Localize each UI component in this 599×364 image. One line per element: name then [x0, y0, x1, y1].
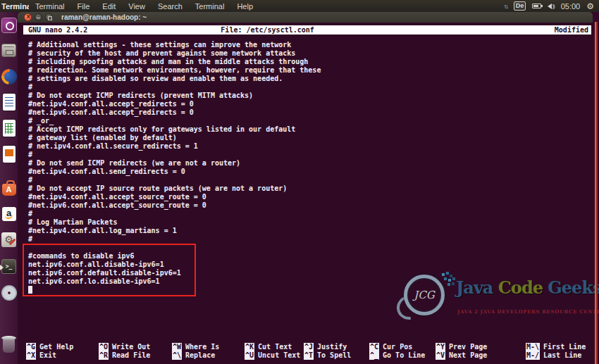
nano-shortcut-bar: ^GGet Help ^XExit ^OWrite Out ^RRead Fil… — [18, 343, 593, 361]
shortcut-key[interactable]: M-/ — [526, 351, 540, 360]
window-title: raman@raman-hadoop: ~ — [61, 13, 147, 21]
editor-line: # including spoofing attacks and man in … — [28, 58, 585, 66]
launcher-item-libreoffice-impress[interactable] — [1, 143, 17, 165]
editor-line: #net.ipv4.conf.all.send_redirects = 0 — [28, 168, 585, 176]
editor-line: #net.ipv4.conf.all.accept_redirects = 0 — [28, 100, 585, 108]
launcher-item-ubuntu-dash[interactable] — [1, 14, 17, 36]
launcher-item-disc-burner[interactable] — [1, 282, 17, 303]
menu-file[interactable]: File — [71, 2, 97, 11]
shortcut-label: To Spell — [317, 351, 351, 359]
shortcut-label: Next Page — [449, 351, 487, 359]
shortcut-key[interactable]: ^X — [26, 351, 36, 360]
shortcut-key[interactable]: ^V — [436, 351, 445, 360]
ubuntu-logo-icon — [1, 18, 17, 33]
launcher-item-libreoffice-writer[interactable] — [1, 91, 17, 113]
watermark-title: Java Code Geeks — [456, 277, 599, 298]
shortcut-key[interactable]: M-\ — [526, 343, 540, 351]
launcher-item-file-manager[interactable] — [1, 39, 17, 61]
nano-version: GNU nano 2.4.2 — [28, 25, 87, 34]
shortcut-label: First Line — [543, 343, 586, 351]
shortcut-column: ^GGet Help ^XExit — [26, 343, 104, 360]
editor-line: #net.ipv6.conf.all.accept_redirects = 0 — [28, 108, 585, 117]
editor-line: # Log Martian Packets — [28, 218, 585, 227]
network-icon[interactable]: ↑↓ — [504, 3, 507, 10]
file-drawer-icon — [1, 44, 16, 57]
shortcut-label: Where Is — [185, 343, 219, 351]
shortcut-label: Cur Pos — [383, 343, 412, 351]
amazon-icon: a — [2, 207, 16, 221]
editor-line: #net.ipv4.conf.all.log_martians = 1 — [28, 227, 585, 235]
shortcut-label: Replace — [185, 351, 215, 359]
launcher-item-software-center[interactable]: A — [1, 177, 17, 199]
launcher-item-trash[interactable] — [1, 334, 17, 356]
nano-header-bar: GNU nano 2.4.2 File: /etc/sysctl.conf Mo… — [23, 25, 591, 34]
terminal-prompt-icon: >_ — [1, 259, 16, 274]
shortcut-label: Write Out — [112, 343, 150, 351]
editor-line: # Do not accept IP source route packets … — [28, 184, 585, 193]
shortcut-key[interactable]: ^W — [172, 343, 182, 351]
trash-icon — [3, 338, 15, 353]
top-menu-bar: Terminal Terminal File Edit View Search … — [0, 0, 599, 12]
launcher-item-libreoffice-calc[interactable] — [1, 117, 17, 139]
global-menu: Terminal File Edit View Search Terminal … — [29, 2, 259, 11]
menu-help[interactable]: Help — [230, 2, 259, 11]
shortcut-key[interactable]: ^C — [369, 343, 379, 351]
power-gear-icon[interactable]: ⚙ — [586, 2, 594, 11]
java-code-geeks-watermark: JCG Java Code Geeks JAVA 2 JAVA DEVELOPE… — [398, 272, 599, 328]
shortcut-label: Justify — [317, 343, 347, 351]
window-controls — [18, 13, 57, 21]
launcher-item-amazon[interactable]: a — [1, 203, 17, 225]
watermark-word-code: Code — [498, 277, 548, 298]
editor-line: # gateway list (enabled by default) — [28, 134, 585, 142]
shortcut-key[interactable]: ^T — [304, 351, 314, 360]
software-center-bag-icon: A — [2, 184, 16, 196]
shortcut-label: Uncut Text — [258, 351, 300, 359]
maximize-button[interactable] — [45, 13, 53, 21]
editor-line: # net.ipv4.conf.all.secure_redirects = 1 — [28, 142, 585, 151]
shortcut-label: Exit — [39, 351, 56, 359]
shortcut-column: ^OWrite Out ^RRead File — [99, 343, 176, 360]
close-button[interactable] — [24, 13, 32, 21]
menu-view[interactable]: View — [122, 2, 152, 11]
editor-line: # — [28, 151, 585, 159]
calc-spreadsheet-icon — [3, 120, 16, 137]
launcher-item-system-settings[interactable]: ⚙ — [1, 229, 17, 251]
watermark-word-java: Java — [456, 277, 498, 298]
editor-line: # Do not accept ICMP redirects (prevent … — [28, 92, 585, 100]
shortcut-key[interactable]: ^G — [26, 343, 36, 351]
launcher: A a ⚙ >_ — [0, 12, 18, 364]
menu-terminal-app[interactable]: Terminal — [29, 2, 71, 11]
shortcut-key[interactable]: ^K — [245, 343, 254, 351]
shortcut-label: Go To Line — [383, 351, 425, 359]
active-app-arrow-icon — [0, 265, 4, 270]
disc-icon — [1, 285, 17, 301]
shortcut-key[interactable]: ^U — [245, 351, 254, 360]
focused-app-name: Terminal — [0, 2, 29, 11]
shortcut-key[interactable]: ^\ — [172, 351, 182, 360]
menu-search[interactable]: Search — [152, 2, 189, 11]
window-titlebar[interactable]: raman@raman-hadoop: ~ — [18, 12, 593, 23]
shortcut-key[interactable]: ^R — [99, 351, 109, 360]
annotation-highlight-box — [23, 244, 196, 296]
keyboard-layout-indicator[interactable]: De — [514, 1, 526, 11]
editor-line: # redirection. Some network environments… — [28, 66, 585, 75]
volume-icon[interactable]: )) — [548, 3, 554, 9]
clock[interactable]: 05:00 — [561, 2, 581, 11]
shortcut-key[interactable]: ^Y — [436, 343, 445, 351]
shortcut-column: ^YPrev Page ^VNext Page — [436, 343, 513, 360]
menu-terminal[interactable]: Terminal — [189, 2, 231, 11]
editor-line: # — [28, 235, 585, 244]
battery-icon[interactable] — [532, 4, 541, 8]
shortcut-label: Last Line — [543, 351, 581, 359]
overlay-scrollbar-shadow — [596, 22, 598, 364]
launcher-item-firefox[interactable] — [1, 65, 17, 87]
shortcut-key[interactable]: ^O — [99, 343, 109, 351]
shortcut-key[interactable]: ^J — [304, 343, 314, 351]
shortcut-label: Read File — [112, 351, 150, 359]
minimize-button[interactable] — [35, 13, 42, 21]
shortcut-label: Prev Page — [449, 343, 487, 351]
menu-edit[interactable]: Edit — [96, 2, 122, 11]
firefox-icon — [1, 69, 17, 84]
watermark-tagline: JAVA 2 JAVA DEVELOPERS RESOURCE CENTER — [457, 308, 599, 315]
shortcut-key[interactable]: ^_ — [369, 351, 379, 360]
